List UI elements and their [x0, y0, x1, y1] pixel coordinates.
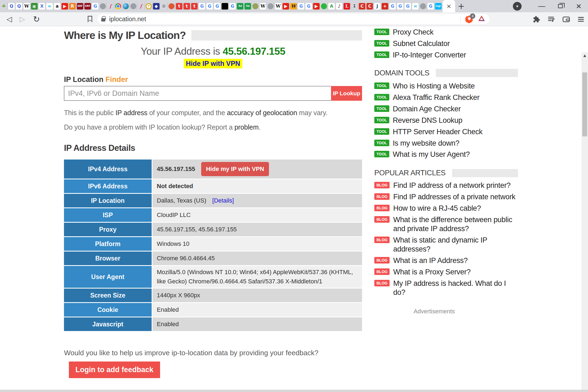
sidebar-article-item[interactable]: BLOGWhat is the difference between publi… — [374, 215, 518, 233]
tab-shield-navy[interactable]: ◆ — [152, 0, 160, 12]
scroll-up-arrow[interactable]: ▲ — [581, 53, 588, 57]
ip-lookup-input[interactable] — [64, 86, 331, 101]
tab-google[interactable]: G — [389, 0, 396, 12]
brave-shields-button[interactable]: 4 — [464, 14, 474, 24]
sidebar-tool-item[interactable]: TOOLWhat is my User Agent? — [374, 150, 518, 159]
wallet-button[interactable] — [561, 14, 572, 24]
tab-youtube[interactable]: ▶ — [282, 0, 290, 12]
sidebar-article-item[interactable]: BLOGMy IP address is hacked. What do I d… — [374, 279, 518, 297]
tab-google[interactable]: G — [305, 0, 313, 12]
sidebar-tool-item[interactable]: TOOLDomain Age Checker — [374, 105, 518, 114]
tab-gold-ring[interactable]: ? — [145, 0, 152, 12]
tab-youtube[interactable]: ▶ — [61, 0, 69, 12]
close-tab-icon[interactable]: × — [446, 3, 451, 10]
tab-j-navy[interactable]: J — [373, 0, 381, 12]
tab-q-blue[interactable]: Q — [15, 0, 23, 12]
new-tab-button[interactable]: + — [455, 0, 467, 12]
tab-sprout[interactable]: ☘ — [0, 0, 8, 12]
tab-google[interactable]: G — [91, 0, 99, 12]
tab-wikipedia[interactable]: W — [259, 0, 267, 12]
tab-speaker[interactable]: ♪ — [335, 0, 343, 12]
forward-button[interactable]: ▷ — [16, 12, 28, 26]
bookmark-icon[interactable] — [88, 16, 92, 22]
sidebar-article-item[interactable]: BLOGWhat is static and dynamic IP addres… — [374, 236, 518, 254]
sidebar-article-item[interactable]: BLOGWhat is a Proxy Server? — [374, 268, 518, 277]
tab-r-orange[interactable]: R — [69, 0, 76, 12]
tab-srf[interactable]: SRF — [76, 0, 84, 12]
tab-5d-green[interactable]: 5d — [244, 0, 252, 12]
tab-amazon[interactable]: a — [53, 0, 61, 12]
playlist-button[interactable] — [546, 14, 557, 24]
tab-olive-circle[interactable] — [252, 0, 259, 12]
tab-google[interactable]: G — [229, 0, 236, 12]
tab-a-green[interactable]: A — [328, 0, 335, 12]
tab-wikipedia[interactable]: W — [274, 0, 282, 12]
tab-earth[interactable] — [122, 0, 130, 12]
tab-c-red[interactable]: C — [358, 0, 366, 12]
ip-lookup-button[interactable]: IP Lookup — [331, 86, 362, 101]
sidebar-article-item[interactable]: BLOGWhat is an IP Address? — [374, 256, 518, 265]
tab-google[interactable]: G — [198, 0, 206, 12]
tab-green-dot[interactable] — [320, 0, 328, 12]
tab-youtube[interactable]: ▶ — [313, 0, 320, 12]
hide-ip-vpn-link[interactable]: Hide IP with VPN — [184, 59, 243, 68]
tab-5d-green[interactable]: 5d — [236, 0, 244, 12]
tab-google[interactable]: G — [427, 0, 434, 12]
tab-chat-teal[interactable]: ∞ — [412, 0, 419, 12]
browser-update-menu-icon[interactable]: ▾ — [513, 2, 522, 11]
tab-google[interactable]: G — [404, 0, 412, 12]
tab-globe-grey[interactable] — [99, 0, 107, 12]
sidebar-tool-item[interactable]: TOOLSubnet Calculator — [374, 39, 518, 48]
address-bar[interactable]: iplocation.net 4 — [97, 14, 489, 24]
details-link[interactable]: [Details] — [212, 196, 234, 205]
sidebar-tool-item[interactable]: TOOLProxy Check — [374, 28, 518, 37]
tab-chrome[interactable] — [114, 0, 122, 12]
sidebar-tool-item[interactable]: TOOLHTTP Server Header Check — [374, 127, 518, 136]
tab-google[interactable]: G — [297, 0, 305, 12]
back-button[interactable]: ◁ — [3, 12, 15, 26]
brave-rewards-button[interactable] — [477, 15, 486, 23]
tab-l-red[interactable]: L — [343, 0, 351, 12]
scrollbar-thumb[interactable] — [582, 72, 587, 136]
tab-logitech[interactable]: logi — [434, 0, 442, 12]
url-text[interactable]: iplocation.net — [109, 16, 146, 23]
sidebar-tool-item[interactable]: TOOLWho is Hosting a Website — [374, 82, 518, 91]
tab-c-red[interactable]: C — [366, 0, 373, 12]
sidebar-tool-item[interactable]: TOOLAlexa Traffic Rank Checker — [374, 93, 518, 102]
tab-google[interactable]: G — [213, 0, 221, 12]
tab-gear[interactable]: ⚙ — [160, 0, 168, 12]
tab-pink-script[interactable]: ʃ — [107, 0, 114, 12]
tab-q-blue[interactable]: Q — [8, 0, 15, 12]
sidebar-article-item[interactable]: BLOGFind IP addresses of a private netwo… — [374, 192, 518, 201]
tab-google[interactable]: G — [206, 0, 213, 12]
menu-button[interactable] — [575, 14, 586, 24]
active-tab[interactable]: × — [443, 0, 455, 12]
tab-x-blue[interactable]: X — [38, 0, 46, 12]
tab-swiss-cross[interactable]: + — [381, 0, 389, 12]
sidebar-tool-item[interactable]: TOOLReverse DNS Lookup — [374, 116, 518, 125]
tab-globe-grey[interactable] — [267, 0, 274, 12]
extensions-button[interactable] — [531, 14, 542, 24]
tab-black-square[interactable] — [221, 0, 229, 12]
vertical-scrollbar[interactable]: ▲ ▼ — [581, 52, 588, 392]
tab-globe-grey[interactable] — [419, 0, 427, 12]
tab-duckduckgo[interactable] — [168, 0, 175, 12]
sidebar-tool-item[interactable]: TOOLIs my website down? — [374, 139, 518, 148]
hide-my-ip-vpn-button[interactable]: Hide my IP with VPN — [201, 162, 269, 176]
tab-chat-teal[interactable]: ∞ — [46, 0, 53, 12]
sidebar-tool-item[interactable]: TOOLIP-to-Integer Converter — [374, 51, 518, 60]
login-feedback-button[interactable]: Login to add feedback — [69, 362, 160, 378]
minimize-button[interactable]: — — [532, 0, 551, 12]
tab-tumblr-red[interactable]: t — [183, 0, 191, 12]
tab-google[interactable]: G — [396, 0, 404, 12]
tab-tumblr-red[interactable]: t — [175, 0, 183, 12]
restore-button[interactable] — [551, 0, 569, 12]
sidebar-article-item[interactable]: BLOGHow to wire a RJ-45 cable? — [374, 204, 518, 213]
tab-download[interactable]: ↧ — [351, 0, 358, 12]
close-window-button[interactable]: × — [569, 0, 588, 12]
sidebar-article-item[interactable]: BLOGFind IP address of a network printer… — [374, 181, 518, 190]
tab-w-orange[interactable]: W — [290, 0, 297, 12]
tab-tumblr-red[interactable]: t — [191, 0, 198, 12]
tab-srf[interactable]: SRF — [84, 0, 91, 12]
tab-globe-grey[interactable] — [130, 0, 137, 12]
